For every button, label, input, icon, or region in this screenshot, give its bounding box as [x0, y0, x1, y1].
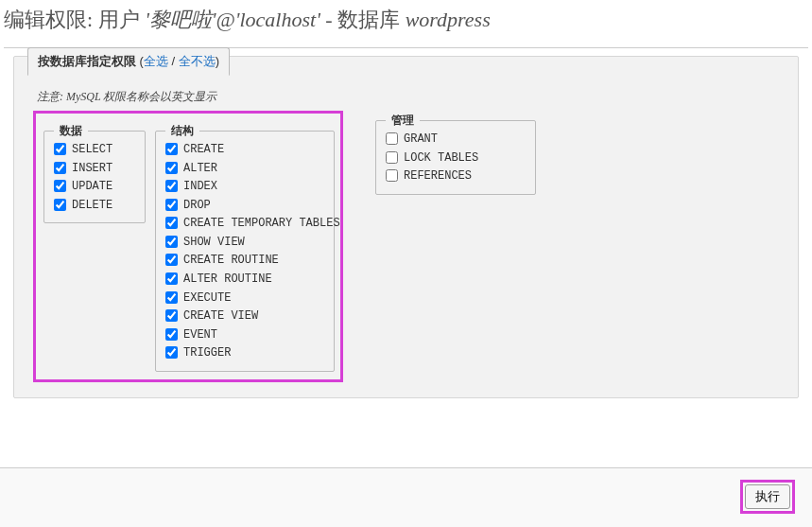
privilege-label[interactable]: CREATE	[183, 143, 224, 156]
privilege-item: SHOW VIEW	[165, 232, 324, 251]
privilege-label[interactable]: DELETE	[72, 198, 112, 211]
footer-bar: 执行	[0, 467, 812, 527]
privilege-label[interactable]: DROP	[183, 198, 211, 211]
privilege-item: CREATE VIEW	[165, 306, 324, 325]
page-title: 编辑权限: 用户 '黎吧啦'@'localhost' - 数据库 wordpre…	[0, 0, 812, 47]
privilege-item: SELECT	[54, 139, 135, 158]
privilege-label[interactable]: INSERT	[72, 161, 112, 174]
tab-db-specific[interactable]: 按数据库指定权限 (全选 / 全不选)	[27, 47, 230, 76]
privilege-checkbox[interactable]	[165, 272, 178, 285]
privilege-item: GRANT	[386, 129, 526, 148]
fieldset-data: 数据 SELECTINSERTUPDATEDELETE	[43, 131, 146, 223]
priv-list-data: SELECTINSERTUPDATEDELETE	[54, 139, 135, 213]
privilege-checkbox[interactable]	[386, 132, 398, 145]
privilege-checkbox[interactable]	[165, 180, 178, 192]
title-prefix: 编辑权限: 用户	[4, 8, 145, 31]
uncheck-all-link[interactable]: 全不选	[179, 54, 216, 68]
execute-button[interactable]: 执行	[745, 484, 790, 509]
privilege-item: ALTER	[165, 158, 324, 177]
tab-slash: /	[168, 54, 179, 68]
privilege-label[interactable]: SHOW VIEW	[183, 235, 245, 248]
privilege-label[interactable]: LOCK TABLES	[404, 150, 478, 164]
title-db: wordpress	[406, 8, 491, 31]
privilege-label[interactable]: TRIGGER	[183, 346, 231, 360]
privilege-item: REFERENCES	[386, 166, 526, 184]
privilege-item: UPDATE	[54, 176, 135, 195]
privilege-label[interactable]: EXECUTE	[183, 290, 231, 304]
privilege-label[interactable]: CREATE VIEW	[183, 309, 258, 323]
privilege-label[interactable]: ALTER ROUTINE	[183, 272, 272, 286]
privilege-item: CREATE ROUTINE	[165, 250, 324, 269]
privilege-item: CREATE	[165, 139, 324, 158]
tab-close-paren: )	[216, 54, 219, 68]
privilege-item: LOCK TABLES	[386, 148, 526, 167]
privilege-label[interactable]: REFERENCES	[404, 169, 472, 183]
legend-data: 数据	[54, 123, 88, 139]
note-text: 注意: MySQL 权限名称会以英文显示	[37, 89, 788, 105]
privilege-checkbox[interactable]	[165, 328, 178, 341]
privilege-checkbox[interactable]	[165, 162, 178, 174]
privilege-item: EVENT	[165, 325, 324, 343]
privilege-label[interactable]: EVENT	[183, 327, 217, 341]
privilege-checkbox[interactable]	[54, 180, 66, 192]
tab-label: 按数据库指定权限	[38, 54, 136, 68]
privilege-checkbox[interactable]	[165, 346, 178, 359]
priv-list-structure: CREATEALTERINDEXDROPCREATE TEMPORARY TAB…	[165, 139, 324, 361]
privilege-checkbox[interactable]	[165, 217, 178, 229]
privilege-checkbox[interactable]	[386, 169, 398, 182]
privilege-item: INDEX	[165, 176, 324, 195]
privilege-label[interactable]: ALTER	[183, 161, 217, 174]
priv-list-admin: GRANTLOCK TABLESREFERENCES	[386, 129, 526, 184]
privilege-item: EXECUTE	[165, 288, 324, 307]
privilege-checkbox[interactable]	[165, 143, 178, 155]
highlight-data-structure: 数据 SELECTINSERTUPDATEDELETE 结构 CREATEALT…	[33, 111, 343, 382]
privilege-label[interactable]: GRANT	[404, 132, 438, 146]
check-all-link[interactable]: 全选	[144, 54, 168, 68]
privilege-checkbox[interactable]	[165, 254, 178, 266]
privilege-label[interactable]: SELECT	[72, 143, 112, 156]
privilege-label[interactable]: CREATE ROUTINE	[183, 254, 279, 267]
privilege-checkbox[interactable]	[165, 291, 178, 304]
privileges-panel: 按数据库指定权限 (全选 / 全不选) 注意: MySQL 权限名称会以英文显示…	[13, 56, 799, 398]
title-sep: - 数据库	[320, 8, 406, 31]
fieldset-admin: 管理 GRANTLOCK TABLESREFERENCES	[375, 120, 536, 195]
privilege-label[interactable]: CREATE TEMPORARY TABLES	[183, 217, 340, 230]
privilege-item: CREATE TEMPORARY TABLES	[165, 213, 324, 232]
privilege-item: INSERT	[54, 158, 135, 177]
privilege-label[interactable]: UPDATE	[72, 180, 112, 193]
privilege-item: ALTER ROUTINE	[165, 269, 324, 288]
privilege-item: DROP	[165, 195, 324, 214]
privilege-checkbox[interactable]	[165, 199, 178, 211]
tab-bar: 按数据库指定权限 (全选 / 全不选)	[27, 47, 788, 76]
privilege-checkbox[interactable]	[386, 151, 398, 164]
privilege-label[interactable]: INDEX	[183, 180, 217, 193]
privilege-groups: 数据 SELECTINSERTUPDATEDELETE 结构 CREATEALT…	[24, 111, 788, 382]
privilege-checkbox[interactable]	[54, 162, 66, 174]
tab-open-paren: (	[136, 54, 144, 68]
privilege-checkbox[interactable]	[165, 236, 178, 248]
privilege-checkbox[interactable]	[54, 199, 66, 211]
fieldset-structure: 结构 CREATEALTERINDEXDROPCREATE TEMPORARY …	[155, 131, 335, 372]
privilege-item: TRIGGER	[165, 343, 324, 361]
privilege-checkbox[interactable]	[165, 309, 178, 322]
highlight-execute: 执行	[740, 480, 795, 514]
privilege-checkbox[interactable]	[54, 143, 66, 155]
privilege-item: DELETE	[54, 195, 135, 214]
legend-structure: 结构	[165, 123, 199, 139]
title-user: '黎吧啦'@'localhost'	[145, 8, 320, 31]
legend-admin: 管理	[386, 113, 420, 129]
